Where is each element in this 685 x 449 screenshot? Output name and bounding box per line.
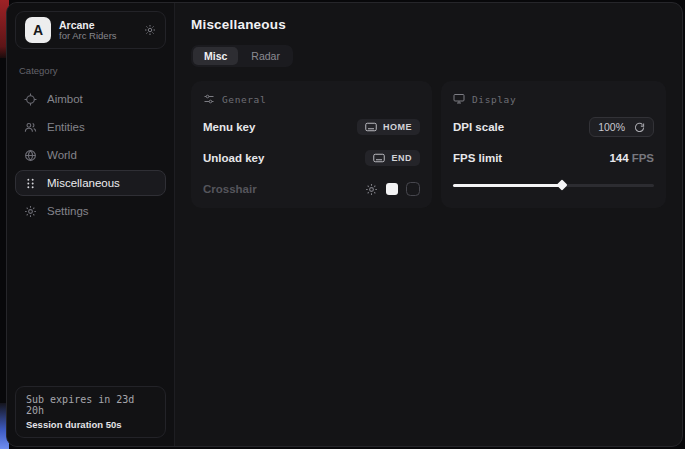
menu-key-value: HOME	[383, 122, 412, 132]
fps-slider-thumb[interactable]	[556, 179, 567, 190]
crosshair-checkbox[interactable]	[406, 182, 420, 196]
gear-icon	[24, 205, 37, 218]
keyboard-icon	[365, 122, 377, 132]
gear-icon[interactable]	[144, 24, 156, 36]
main-content: Miscellaneous Misc Radar General	[175, 3, 682, 446]
sidebar-item-world[interactable]: World	[15, 142, 166, 168]
fps-limit-row: FPS limit 144FPS	[453, 149, 654, 167]
app-subtitle: for Arc Riders	[59, 31, 136, 42]
panel-title: General	[222, 94, 266, 105]
app-logo: A	[25, 17, 51, 43]
unload-key-button[interactable]: END	[365, 150, 420, 166]
sidebar-item-label: Aimbot	[47, 93, 83, 105]
sidebar-item-miscellaneous[interactable]: Miscellaneous	[15, 170, 166, 196]
sidebar: A Arcane for Arc Riders Category	[7, 3, 175, 446]
crosshair-row: Crosshair	[203, 180, 420, 198]
sub-expiry-text: Sub expires in 23d 20h	[26, 394, 155, 416]
unload-key-row: Unload key END	[203, 149, 420, 167]
sidebar-nav: Aimbot Entities	[15, 86, 166, 224]
session-duration-text: Session duration 50s	[26, 419, 155, 430]
sliders-icon	[203, 93, 215, 105]
fps-number: 144	[609, 152, 628, 164]
general-panel: General Menu key HOME	[191, 81, 432, 208]
keyboard-icon	[373, 153, 385, 163]
category-label: Category	[19, 65, 162, 76]
menu-key-button[interactable]: HOME	[357, 119, 420, 135]
subscription-card: Sub expires in 23d 20h Session duration …	[15, 386, 166, 438]
grip-icon	[24, 177, 37, 190]
tab-bar: Misc Radar	[191, 45, 293, 67]
crosshair-label: Crosshair	[203, 183, 257, 195]
general-panel-header: General	[203, 91, 420, 105]
sidebar-item-label: Settings	[47, 205, 89, 217]
dpi-scale-row: DPI scale 100%	[453, 118, 654, 136]
gear-icon[interactable]	[365, 183, 378, 196]
app-meta: Arcane for Arc Riders	[59, 19, 136, 42]
menu-key-row: Menu key HOME	[203, 118, 420, 136]
sidebar-item-entities[interactable]: Entities	[15, 114, 166, 140]
app-header-card: A Arcane for Arc Riders	[15, 11, 166, 49]
display-panel-header: Display	[453, 91, 654, 105]
users-icon	[24, 121, 37, 134]
tab-radar[interactable]: Radar	[240, 47, 291, 65]
fps-unit: FPS	[632, 152, 654, 164]
app-window: A Arcane for Arc Riders Category	[6, 2, 683, 447]
sidebar-item-label: World	[47, 149, 77, 161]
sidebar-item-aimbot[interactable]: Aimbot	[15, 86, 166, 112]
tab-misc[interactable]: Misc	[193, 47, 238, 65]
fps-slider[interactable]	[453, 181, 654, 189]
monitor-icon	[453, 93, 465, 105]
panel-title: Display	[472, 94, 516, 105]
sidebar-item-label: Miscellaneous	[47, 177, 120, 189]
panels-row: General Menu key HOME	[191, 81, 666, 208]
dpi-scale-label: DPI scale	[453, 121, 504, 133]
sidebar-item-label: Entities	[47, 121, 85, 133]
unload-key-label: Unload key	[203, 152, 264, 164]
fps-slider-fill	[453, 184, 562, 187]
dpi-scale-control[interactable]: 100%	[589, 117, 654, 137]
display-panel: Display DPI scale 100%	[441, 81, 666, 208]
crosshair-icon	[24, 93, 37, 106]
dpi-scale-value: 100%	[598, 121, 625, 133]
crosshair-color-swatch[interactable]	[386, 183, 398, 195]
fps-limit-value: 144FPS	[609, 152, 654, 164]
crosshair-controls	[365, 182, 420, 196]
page-title: Miscellaneous	[191, 17, 666, 32]
app-title: Arcane	[59, 19, 136, 31]
fps-limit-label: FPS limit	[453, 152, 502, 164]
globe-icon	[24, 149, 37, 162]
menu-key-label: Menu key	[203, 121, 255, 133]
unload-key-value: END	[391, 153, 412, 163]
sidebar-item-settings[interactable]: Settings	[15, 198, 166, 224]
refresh-icon[interactable]	[634, 122, 645, 133]
